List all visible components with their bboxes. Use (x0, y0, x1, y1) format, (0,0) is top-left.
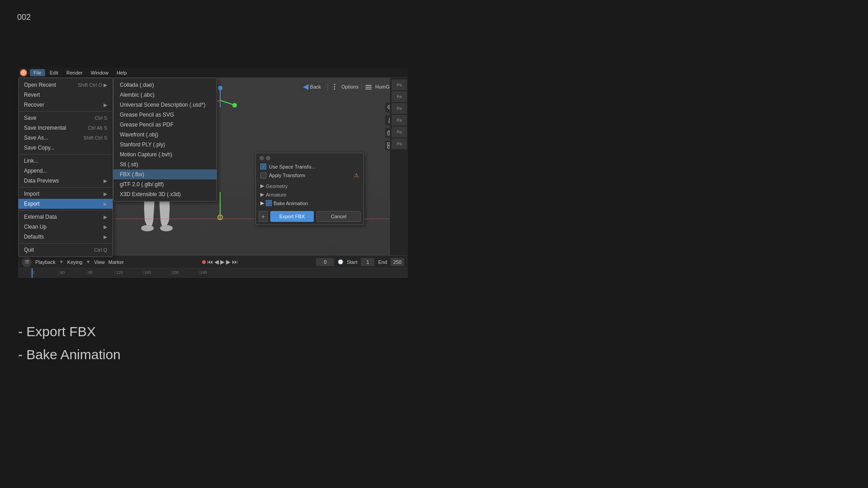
ruler-mark-0: 0 (31, 270, 59, 275)
y-axis-line (220, 192, 221, 219)
apply-transform-checkbox[interactable] (260, 173, 266, 178)
add-preset-btn[interactable]: + (259, 211, 268, 222)
play-btn[interactable]: ▶ (220, 258, 225, 265)
menu-recover[interactable]: Recover ▶ (19, 100, 113, 110)
topbar-file-menu[interactable]: File (30, 69, 45, 76)
svg-line-12 (220, 100, 234, 105)
svg-point-13 (232, 103, 237, 108)
topbar-render-menu[interactable]: Render (63, 69, 86, 76)
menu-save-as[interactable]: Save As... Shift Ctrl S (19, 133, 113, 143)
panel-min-icon[interactable] (266, 156, 270, 160)
geometry-section[interactable]: ▶ Geometry (259, 182, 361, 190)
panel-close-icon[interactable] (259, 156, 264, 160)
export-grease-pdf[interactable]: Grease Pencil as PDF (113, 120, 217, 130)
end-frame-input[interactable]: 250 (391, 258, 404, 266)
menu-data-previews[interactable]: Data Previews ▶ (19, 176, 113, 186)
pa-btn-2[interactable]: Pa (392, 91, 407, 102)
export-motion-capture[interactable]: Motion Capture (.bvh) (113, 150, 217, 160)
use-space-transform-checkbox[interactable]: ✓ (260, 164, 266, 169)
timeline-ruler: 0 40 80 120 160 200 240 (18, 268, 408, 278)
skip-first-btn[interactable]: ⏮ (207, 258, 213, 265)
armature-arrow-icon: ▶ (260, 192, 264, 197)
geometry-arrow-icon: ▶ (260, 183, 264, 189)
armature-section[interactable]: ▶ Armature (259, 190, 361, 199)
svg-point-15 (334, 86, 335, 87)
armature-label: Armature (266, 192, 286, 197)
menu-revert[interactable]: Revert (19, 90, 113, 100)
pa-btn-4[interactable]: Pa (392, 115, 407, 126)
export-gltf[interactable]: glTF 2.0 (.glb/.gltf) (113, 179, 217, 189)
pa-btn-6[interactable]: Pa (392, 138, 407, 149)
export-usd[interactable]: Universal Scene Description (.usd*) (113, 100, 217, 110)
export-fbx[interactable]: FBX (.fbx) (113, 169, 217, 179)
menu-link[interactable]: Link... (19, 156, 113, 166)
svg-rect-18 (365, 87, 372, 88)
options-label: Options (341, 84, 359, 89)
export-x3d[interactable]: X3D Extensible 3D (.x3d) (113, 189, 217, 199)
menu-quit[interactable]: Quit Ctrl Q (19, 245, 113, 255)
marker-dropdown[interactable]: Marker (108, 259, 124, 265)
options-icon[interactable] (330, 83, 339, 91)
menu-sep-2 (19, 154, 113, 155)
annotation-line-1: - Export FBX (18, 320, 121, 343)
humgen-icon[interactable] (364, 83, 373, 91)
current-frame-input[interactable]: 0 (316, 258, 334, 266)
back-label: Back (310, 84, 321, 89)
menu-import[interactable]: Import ▶ (19, 189, 113, 199)
fbx-export-panel: ✓ Use Space Transfo... Apply Transform ⚠… (255, 153, 364, 225)
svg-point-6 (141, 225, 154, 231)
apply-transform-label: Apply Transform (269, 173, 305, 178)
geometry-label: Geometry (266, 183, 288, 189)
end-label-text: End (378, 259, 387, 265)
menu-external-data[interactable]: External Data ▶ (19, 212, 113, 222)
svg-point-14 (334, 84, 335, 85)
export-stanford[interactable]: Stanford PLY (.ply) (113, 140, 217, 150)
back-button[interactable]: ◀ Back (299, 81, 325, 92)
menu-export[interactable]: Export ▶ (19, 199, 113, 209)
svg-point-7 (160, 225, 173, 231)
pa-btn-3[interactable]: Pa (392, 103, 407, 114)
apply-transform-row: Apply Transform ⚠ (259, 171, 361, 180)
menu-save[interactable]: Save Ctrl S (19, 113, 113, 123)
next-frame-btn[interactable]: ▶ (226, 258, 231, 265)
menu-defaults[interactable]: Defaults ▶ (19, 232, 113, 242)
export-fbx-button[interactable]: Export FBX (270, 211, 314, 222)
record-btn[interactable] (202, 260, 206, 264)
playback-dropdown[interactable]: Playback (35, 259, 56, 265)
svg-point-16 (334, 88, 335, 89)
timeline-playhead (32, 268, 33, 278)
use-space-transform-row: ✓ Use Space Transfo... (259, 162, 361, 171)
pa-btn-5[interactable]: Pa (392, 127, 407, 137)
pa-btn-1[interactable]: Pa (392, 80, 407, 90)
export-alembic[interactable]: Alembic (.abc) (113, 90, 217, 100)
cancel-button[interactable]: Cancel (316, 211, 361, 222)
apply-transform-warning-icon: ⚠ (354, 172, 359, 178)
prev-frame-btn[interactable]: ◀ (214, 258, 219, 265)
ruler-mark-200: 200 (171, 270, 199, 275)
menu-sep-4 (19, 210, 113, 211)
blender-scene-icon[interactable]: 🎬 (22, 257, 32, 267)
bake-animation-arrow-icon: ▶ (260, 200, 264, 206)
right-properties-panel: Pa Pa Pa Pa Pa Pa (390, 78, 408, 255)
keying-dropdown[interactable]: Keying (67, 259, 83, 265)
export-wavefront[interactable]: Wavefront (.obj) (113, 130, 217, 140)
menu-save-incremental[interactable]: Save Incremental Ctrl Alt S (19, 123, 113, 133)
export-collada[interactable]: Collada (.dae) (113, 80, 217, 90)
bake-animation-checkbox[interactable]: ✓ (266, 200, 272, 206)
bake-animation-section[interactable]: ▶ ✓ Bake Animation (259, 199, 361, 207)
menu-sep-1 (19, 111, 113, 112)
export-stl[interactable]: Stl (.stl) (113, 160, 217, 169)
export-grease-svg[interactable]: Grease Pencil as SVG (113, 110, 217, 120)
start-label: 🕐 (338, 259, 343, 264)
menu-save-copy[interactable]: Save Copy... (19, 143, 113, 153)
menu-append[interactable]: Append... (19, 166, 113, 176)
use-space-transform-label: Use Space Transfo... (269, 164, 316, 169)
menu-clean-up[interactable]: Clean Up ▶ (19, 222, 113, 232)
view-dropdown[interactable]: View (94, 259, 105, 265)
topbar-window-menu[interactable]: Window (87, 69, 112, 76)
skip-last-btn[interactable]: ⏭ (232, 258, 238, 265)
menu-open-recent[interactable]: Open Recent Shift Ctrl O ▶ (19, 80, 113, 90)
start-frame-input[interactable]: 1 (361, 258, 374, 266)
topbar-edit-menu[interactable]: Edit (46, 69, 62, 76)
topbar-help-menu[interactable]: Help (113, 69, 131, 76)
